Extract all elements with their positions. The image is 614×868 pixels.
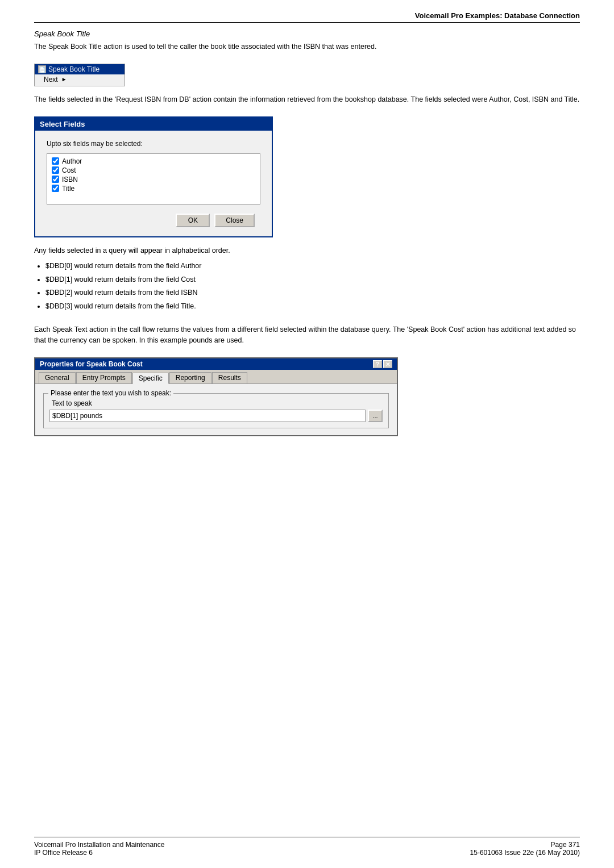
speak-cost-intro-text: Each Speak Text action in the call flow … [34, 324, 580, 346]
ok-button[interactable]: OK [176, 214, 210, 227]
footer-left-line1: Voicemail Pro Installation and Maintenan… [34, 841, 164, 849]
field-cost-checkbox[interactable] [52, 166, 59, 174]
bullet-item-1: $DBD[1] would return details from the fi… [45, 275, 580, 285]
field-label: Text to speak [49, 399, 383, 407]
section-intro-text: The Speak Book Title action is used to t… [34, 41, 580, 52]
text-to-speak-group: Please enter the text you wish to speak:… [43, 393, 389, 428]
group-box-label: Please enter the text you wish to speak: [48, 389, 173, 397]
properties-titlebar: Properties for Speak Book Cost ? ✕ [35, 358, 397, 370]
field-cost-item[interactable]: Cost [52, 166, 255, 174]
tab-entry-prompts[interactable]: Entry Prompts [76, 372, 132, 383]
properties-body: Please enter the text you wish to speak:… [35, 384, 397, 435]
tab-specific[interactable]: Specific [132, 373, 169, 384]
field-title-label: Title [62, 185, 74, 193]
alpha-order-note: Any fields selected in a query will appe… [34, 245, 580, 256]
footer-left-line2: IP Office Release 6 [34, 849, 164, 857]
field-title-item[interactable]: Title [52, 185, 255, 193]
select-fields-list: Author Cost ISBN Title [47, 153, 260, 205]
close-button[interactable]: Close [214, 214, 255, 227]
bullet-item-0: $DBD[0] would return details from the fi… [45, 261, 580, 272]
footer-right-line2: 15-601063 Issue 22e (16 May 2010) [470, 849, 580, 857]
speak-book-widget: 📄 Speak Book Title Next ► [34, 64, 125, 86]
select-fields-instruction: Upto six fields may be selected: [47, 140, 260, 148]
properties-dialog: Properties for Speak Book Cost ? ✕ Gener… [34, 357, 398, 436]
field-isbn-checkbox[interactable] [52, 176, 59, 183]
field-isbn-item[interactable]: ISBN [52, 176, 255, 183]
page-header-title: Voicemail Pro Examples: Database Connect… [34, 11, 580, 23]
select-fields-dialog: Select Fields Upto six fields may be sel… [34, 116, 273, 237]
field-title-checkbox[interactable] [52, 185, 59, 192]
fields-description-text: The fields selected in the 'Request ISBN… [34, 94, 580, 105]
widget-next-label: Next [44, 76, 58, 84]
dbd-bullet-list: $DBD[0] would return details from the fi… [45, 261, 580, 311]
widget-icon: 📄 [38, 65, 46, 73]
widget-title: Speak Book Title [48, 65, 99, 73]
bullet-item-3: $DBD[3] would return details from the fi… [45, 302, 580, 312]
field-author-item[interactable]: Author [52, 157, 255, 165]
tab-results[interactable]: Results [212, 372, 247, 383]
properties-title: Properties for Speak Book Cost [40, 360, 143, 368]
text-to-speak-input[interactable] [49, 410, 366, 422]
field-cost-label: Cost [62, 166, 76, 174]
help-button[interactable]: ? [373, 360, 382, 368]
field-author-label: Author [62, 157, 82, 165]
tab-general[interactable]: General [39, 372, 76, 383]
field-author-checkbox[interactable] [52, 157, 59, 165]
properties-tabs: General Entry Prompts Specific Reporting… [35, 370, 397, 384]
close-dialog-button[interactable]: ✕ [383, 360, 392, 368]
input-row: ... [49, 410, 383, 422]
page-footer: Voicemail Pro Installation and Maintenan… [34, 837, 580, 857]
arrow-right-icon: ► [61, 76, 67, 82]
section-title: Speak Book Title [34, 30, 580, 38]
field-isbn-label: ISBN [62, 176, 78, 183]
footer-right-line1: Page 371 [470, 841, 580, 849]
bullet-item-2: $DBD[2] would return details from the fi… [45, 288, 580, 298]
browse-button[interactable]: ... [368, 410, 383, 422]
tab-reporting[interactable]: Reporting [169, 372, 211, 383]
select-fields-titlebar: Select Fields [35, 118, 272, 131]
